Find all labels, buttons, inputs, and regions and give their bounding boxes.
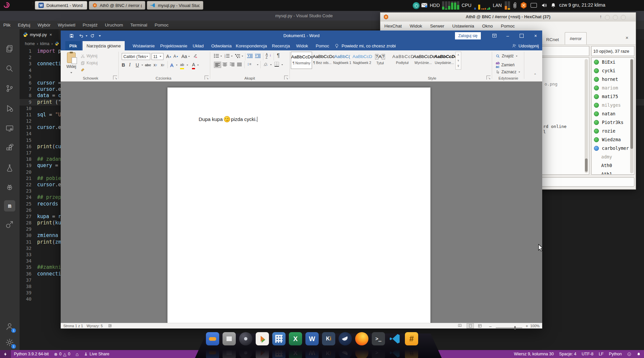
breadcrumb-home[interactable]: home — [25, 41, 35, 46]
maximize-circle-icon[interactable] — [613, 15, 618, 20]
user-Ath1_[interactable]: Ath1_ — [592, 170, 634, 175]
read-mode-icon[interactable] — [457, 324, 462, 328]
font-color-button[interactable]: A — [192, 61, 195, 69]
user-admy[interactable]: admy — [592, 152, 634, 161]
style-wyr-nie-[interactable]: AaBbCcDcWyróżnie... — [413, 52, 433, 69]
encoding[interactable]: UTF-8 — [582, 352, 593, 356]
tab-projektowanie[interactable]: Projektowanie — [156, 41, 191, 50]
run-debug-icon[interactable] — [4, 103, 15, 114]
highlight-button[interactable]: ab — [180, 61, 184, 69]
remote-explorer-icon[interactable] — [4, 123, 15, 134]
web-layout-icon[interactable] — [477, 324, 483, 328]
tell-me-box[interactable]: Powiedz mi, co chcesz zrobi — [335, 41, 396, 50]
ribbon-display-options-icon[interactable] — [492, 33, 497, 38]
hexchat-tray-icon[interactable] — [520, 2, 527, 9]
user-rozie[interactable]: rozie — [592, 127, 634, 135]
minimize-circle-icon[interactable] — [605, 15, 610, 20]
style-podtytu-[interactable]: AaBbCcDPodtytuł — [392, 52, 412, 69]
align-right-button[interactable] — [230, 63, 234, 66]
tab-narzedzia-glowne[interactable]: Narzędzia główne — [83, 41, 125, 50]
shading-dropdown[interactable] — [270, 64, 272, 65]
paperclip-tray-icon[interactable] — [512, 2, 517, 9]
line-spacing-dropdown[interactable] — [257, 64, 259, 65]
shrink-font-button[interactable]: A▼ — [173, 53, 178, 60]
tab-korespondencja[interactable]: Korespondencja — [232, 41, 271, 50]
hexchat-menu-pomoc[interactable]: Pomoc — [501, 24, 515, 29]
test-flask-icon[interactable] — [4, 162, 15, 174]
source-control-icon[interactable] — [4, 83, 15, 94]
increase-indent-icon[interactable] — [255, 54, 261, 58]
sign-in-button[interactable]: Zaloguj się — [455, 32, 481, 39]
word-titlebar[interactable]: Dokument1 - Word Zaloguj się – × — [61, 30, 542, 41]
close-circle-icon[interactable] — [621, 15, 626, 20]
style-gallery-scroll[interactable]: ∧∨⊽ — [455, 52, 461, 70]
tab-channel[interactable]: #error — [565, 32, 587, 44]
tab-plik[interactable]: Plik — [65, 41, 81, 50]
pilcrow-button[interactable]: ¶ — [277, 53, 280, 59]
borders-icon[interactable] — [274, 62, 279, 67]
share-icon[interactable] — [4, 219, 15, 230]
hexchat-titlebar[interactable]: Ath0 @ BNC / #error (+nst) - HexChat (37… — [380, 13, 636, 22]
format-painter-button[interactable] — [81, 68, 87, 72]
shade-arrow-icon[interactable]: ↑ — [600, 14, 602, 19]
subscript-button[interactable]: x2 — [154, 62, 157, 68]
style-tytu-[interactable]: ?A?Tytuł — [372, 52, 388, 69]
tab-close-icon[interactable]: × — [49, 32, 52, 37]
user-Wiedzma[interactable]: Wiedzma — [592, 135, 634, 144]
replace-button[interactable]: abac Zamień — [496, 61, 515, 69]
tab-recenzja[interactable]: Recenzja — [268, 41, 294, 50]
hexchat-menu-okno[interactable]: Okno — [482, 24, 493, 29]
italic-button[interactable]: I — [129, 62, 131, 68]
mysql-extension-icon[interactable]: m — [4, 200, 15, 211]
user-carbolymer[interactable]: carbolymer — [592, 144, 634, 152]
settings-gear-icon[interactable]: 1 — [4, 337, 15, 348]
vscode-menu-edytuj[interactable]: Edytuj — [18, 23, 31, 28]
user-cycki[interactable]: cycki — [592, 66, 634, 75]
panel-grip[interactable]: ⋮⋮⋮ — [31, 3, 34, 8]
display-tray-icon[interactable] — [531, 3, 537, 8]
remote-indicator[interactable] — [0, 350, 11, 358]
tab-wstawianie[interactable]: Wstawianie — [129, 41, 159, 50]
tray-app-icon[interactable] — [413, 2, 420, 9]
align-center-button[interactable] — [223, 63, 227, 66]
vscode-menu-uruchom[interactable]: Uruchom — [105, 23, 123, 28]
hexchat-menu-widok[interactable]: Widok — [410, 24, 422, 29]
volume-tray-icon[interactable] — [541, 2, 547, 8]
user-natan[interactable]: natan — [592, 109, 634, 118]
schowek-dialog-launcher[interactable] — [113, 76, 117, 80]
style--bez-ods-[interactable]: AaBbCcDc¶ Bez ods... — [313, 52, 332, 69]
tab-widok[interactable]: Widok — [292, 41, 312, 50]
extensions-icon[interactable] — [4, 143, 15, 154]
userlist-scrollbar[interactable] — [630, 59, 633, 173]
numbering-dropdown[interactable] — [231, 56, 233, 57]
zoom-in-button[interactable]: + — [526, 324, 528, 328]
search-icon[interactable] — [4, 63, 15, 74]
text-effects-dropdown[interactable] — [176, 65, 178, 66]
czcionka-dialog-launcher[interactable] — [205, 76, 209, 80]
proofing-icon[interactable] — [108, 324, 112, 328]
tab-pomoc[interactable]: Pomoc — [312, 41, 333, 50]
feedback-icon[interactable] — [627, 352, 631, 356]
zoom-slider[interactable] — [494, 325, 524, 329]
user-Piotr3ks[interactable]: Piotr3ks — [592, 118, 634, 127]
sort-icon[interactable]: AZ↓ — [266, 53, 268, 59]
font-color-dropdown[interactable] — [197, 65, 199, 66]
justify-button[interactable] — [237, 63, 242, 66]
indentation[interactable]: Spacje: 4 — [559, 352, 576, 356]
shading-bucket-icon[interactable] — [263, 62, 268, 66]
user-hornet[interactable]: hornet — [592, 75, 634, 84]
bullets-dropdown[interactable] — [221, 56, 222, 57]
language-mode[interactable]: Python — [609, 352, 622, 356]
hexchat-menu-ustawienia[interactable]: Ustawienia — [452, 24, 474, 29]
notifications-bell-icon[interactable] — [637, 352, 641, 356]
tab-close-icon[interactable]: × — [625, 35, 628, 40]
hexchat-menu-hexchat[interactable]: HexChat — [384, 24, 402, 29]
vscode-menu-wybór[interactable]: Wybór — [37, 23, 50, 28]
align-left-button[interactable] — [214, 62, 221, 68]
account-icon[interactable]: 1 — [4, 321, 15, 332]
underline-dropdown[interactable] — [142, 65, 143, 66]
live-share-button[interactable]: Live Share — [84, 352, 109, 356]
bold-button[interactable]: B — [122, 62, 125, 68]
page-indicator[interactable]: Strona 1 z 1 — [63, 324, 83, 328]
cursor-position[interactable]: Wiersz 9, kolumna 30 — [514, 352, 554, 356]
